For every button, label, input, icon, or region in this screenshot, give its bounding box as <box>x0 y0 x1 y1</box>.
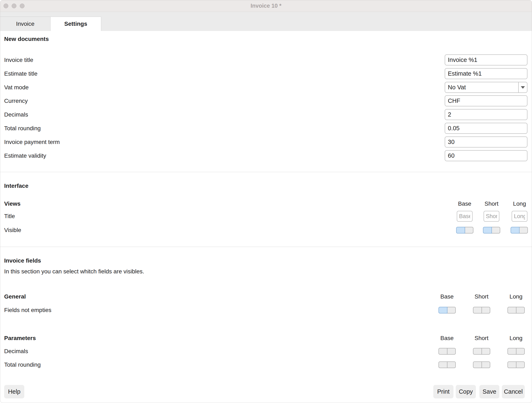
section-heading-new-documents: New documents <box>4 36 49 42</box>
tab-bar: Invoice Settings <box>0 12 532 31</box>
visible-base-toggle[interactable] <box>456 227 473 233</box>
label-vat-mode: Vat mode <box>4 82 29 93</box>
toggle-on-segment <box>473 348 482 355</box>
param-total-rounding-base-toggle[interactable] <box>438 361 456 368</box>
toggle-off-segment <box>516 348 525 355</box>
section-divider <box>0 246 532 247</box>
visible-short-toggle[interactable] <box>483 227 500 233</box>
toggle-off-segment <box>465 227 474 233</box>
help-button[interactable]: Help <box>4 385 24 398</box>
toggle-on-segment <box>507 348 516 355</box>
general-col-header-base: Base <box>438 293 456 300</box>
parameters-col-header-short: Short <box>473 335 490 341</box>
param-decimals-short-toggle[interactable] <box>473 348 490 355</box>
fields-not-empties-base-toggle[interactable] <box>438 307 456 314</box>
toggle-on-segment <box>507 361 516 368</box>
label-estimate-validity: Estimate validity <box>4 150 46 161</box>
view-title-base-input[interactable] <box>457 211 473 222</box>
view-title-long-input[interactable] <box>512 211 527 222</box>
titlebar: Invoice 10 * <box>0 0 532 12</box>
toggle-off-segment <box>519 227 528 233</box>
toggle-on-segment <box>473 307 482 314</box>
toggle-off-segment <box>481 361 490 368</box>
view-title-short-input[interactable] <box>484 211 499 222</box>
vat-mode-selected-value: No Vat <box>445 82 518 92</box>
label-estimate-title: Estimate title <box>4 68 38 79</box>
toggle-off-segment <box>481 307 490 314</box>
total-rounding-input[interactable] <box>445 123 527 134</box>
decimals-input[interactable] <box>445 109 527 120</box>
section-heading-interface: Interface <box>4 183 28 189</box>
app-window: Invoice 10 * Invoice Settings New docume… <box>0 0 532 403</box>
param-decimals-long-toggle[interactable] <box>507 348 525 355</box>
toggle-off-segment <box>492 227 500 233</box>
views-col-header-base: Base <box>457 201 473 207</box>
label-visible-row: Visible <box>4 227 21 233</box>
label-invoice-title: Invoice title <box>4 54 33 65</box>
views-col-header-long: Long <box>512 201 527 207</box>
toggle-on-segment <box>507 307 516 314</box>
toggle-on-segment <box>473 361 482 368</box>
currency-input[interactable] <box>445 95 527 106</box>
views-col-header-short: Short <box>484 201 499 207</box>
param-total-rounding-long-toggle[interactable] <box>507 361 525 368</box>
param-total-rounding-short-toggle[interactable] <box>473 361 490 368</box>
label-param-total-rounding: Total rounding <box>4 361 41 368</box>
section-heading-invoice-fields: Invoice fields <box>4 257 41 264</box>
param-decimals-base-toggle[interactable] <box>438 348 456 355</box>
save-button[interactable]: Save <box>479 385 499 398</box>
general-col-header-long: Long <box>507 293 525 300</box>
visible-long-toggle[interactable] <box>511 227 528 233</box>
copy-button[interactable]: Copy <box>456 385 476 398</box>
parameters-col-header-base: Base <box>438 335 456 341</box>
toggle-on-segment <box>438 348 447 355</box>
invoice-title-input[interactable] <box>445 54 527 65</box>
label-fields-not-empties: Fields not empties <box>4 307 51 314</box>
toggle-off-segment <box>516 307 525 314</box>
window-title: Invoice 10 * <box>0 0 532 12</box>
fields-not-empties-short-toggle[interactable] <box>473 307 490 314</box>
toggle-off-segment <box>447 361 456 368</box>
toggle-on-segment <box>483 227 492 233</box>
invoice-fields-description: In this section you can select whitch fi… <box>4 268 144 275</box>
toggle-on-segment <box>438 307 447 314</box>
section-divider <box>0 172 532 172</box>
general-col-header-short: Short <box>473 293 490 300</box>
tab-invoice[interactable]: Invoice <box>0 17 51 31</box>
label-decimals: Decimals <box>4 109 28 120</box>
subheading-general: General <box>4 293 26 300</box>
estimate-title-input[interactable] <box>445 68 527 79</box>
fields-not-empties-long-toggle[interactable] <box>507 307 525 314</box>
dropdown-arrow-segment[interactable] <box>518 82 527 92</box>
chevron-down-icon <box>521 86 525 89</box>
print-button[interactable]: Print <box>433 385 453 398</box>
parameters-col-header-long: Long <box>507 335 525 341</box>
toggle-off-segment <box>516 361 525 368</box>
label-invoice-payment-term: Invoice payment term <box>4 137 60 147</box>
label-currency: Currency <box>4 95 28 106</box>
toggle-off-segment <box>481 348 490 355</box>
vat-mode-select[interactable]: No Vat <box>445 82 527 93</box>
toggle-off-segment <box>447 348 456 355</box>
estimate-validity-input[interactable] <box>445 150 527 161</box>
cancel-button[interactable]: Cancel <box>502 385 525 398</box>
toggle-on-segment <box>511 227 519 233</box>
invoice-payment-term-input[interactable] <box>445 137 527 147</box>
toggle-on-segment <box>456 227 465 233</box>
toggle-off-segment <box>447 307 456 314</box>
toggle-on-segment <box>438 361 447 368</box>
label-param-decimals: Decimals <box>4 348 28 355</box>
subheading-parameters: Parameters <box>4 335 36 341</box>
tab-settings[interactable]: Settings <box>50 17 101 31</box>
subheading-views: Views <box>4 201 21 207</box>
label-title-row: Title <box>4 211 15 222</box>
label-total-rounding: Total rounding <box>4 123 41 134</box>
